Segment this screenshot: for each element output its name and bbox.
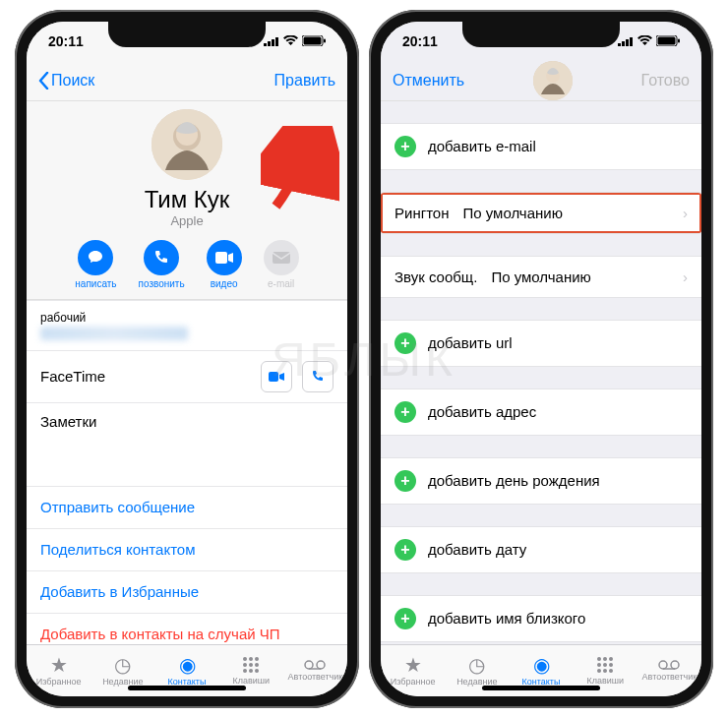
back-button[interactable]: Поиск bbox=[38, 72, 94, 90]
call-action[interactable]: позвонить bbox=[139, 240, 185, 289]
svg-point-21 bbox=[255, 669, 259, 673]
voicemail-icon bbox=[304, 660, 326, 670]
status-icons bbox=[618, 35, 680, 46]
svg-point-42 bbox=[609, 669, 613, 673]
svg-point-13 bbox=[243, 657, 247, 661]
wifi-icon bbox=[283, 35, 298, 46]
tab-voicemail[interactable]: Автоответчик bbox=[283, 645, 347, 696]
mail-label: e-mail bbox=[268, 278, 294, 289]
home-indicator[interactable] bbox=[128, 686, 246, 690]
facetime-video-button[interactable] bbox=[261, 361, 292, 392]
clock-icon: ◷ bbox=[114, 655, 131, 675]
battery-icon bbox=[302, 35, 326, 46]
video-action[interactable]: видео bbox=[207, 240, 242, 289]
avatar[interactable] bbox=[152, 109, 222, 180]
video-icon bbox=[207, 240, 242, 275]
text-tone-row[interactable]: Звук сообщ. По умолчанию › bbox=[381, 256, 701, 298]
plus-icon: + bbox=[394, 136, 416, 157]
phone-label: рабочий bbox=[40, 311, 86, 325]
mail-action[interactable]: e-mail bbox=[264, 240, 299, 289]
status-icons bbox=[264, 35, 326, 46]
facetime-row[interactable]: FaceTime bbox=[27, 350, 347, 402]
plus-icon: + bbox=[394, 401, 416, 423]
chevron-right-icon: › bbox=[683, 205, 688, 221]
mail-icon bbox=[264, 240, 299, 275]
svg-rect-28 bbox=[630, 37, 633, 46]
svg-point-39 bbox=[609, 663, 613, 667]
add-address-label: добавить адрес bbox=[428, 403, 536, 420]
svg-point-14 bbox=[249, 657, 253, 661]
svg-rect-26 bbox=[622, 41, 625, 46]
add-url-label: добавить url bbox=[428, 334, 513, 351]
tab-voicemail[interactable]: Автоответчик bbox=[637, 645, 701, 696]
facetime-audio-button[interactable] bbox=[302, 361, 334, 392]
add-url-row[interactable]: + добавить url bbox=[381, 320, 701, 367]
plus-icon: + bbox=[394, 539, 416, 561]
add-birthday-row[interactable]: + добавить день рождения bbox=[381, 457, 701, 505]
add-address-row[interactable]: + добавить адрес bbox=[381, 388, 701, 436]
svg-rect-5 bbox=[304, 37, 322, 45]
notch bbox=[108, 22, 266, 47]
tab-favorites[interactable]: ★Избранное bbox=[27, 645, 91, 696]
video-label: видео bbox=[211, 278, 238, 289]
notes-label: Заметки bbox=[40, 413, 96, 430]
svg-rect-25 bbox=[618, 43, 621, 46]
nav-bar: Поиск Править bbox=[27, 61, 347, 101]
add-email-row[interactable]: + добавить e-mail bbox=[381, 123, 701, 170]
svg-point-20 bbox=[249, 669, 253, 673]
share-contact-link[interactable]: Поделиться контактом bbox=[27, 528, 347, 570]
svg-rect-6 bbox=[324, 39, 326, 43]
phone-left: 20:11 Поиск Править bbox=[15, 10, 359, 708]
svg-rect-12 bbox=[269, 372, 278, 382]
notes-row[interactable]: Заметки bbox=[27, 402, 347, 462]
ringtone-value: По умолчанию bbox=[462, 205, 562, 221]
signal-icon bbox=[618, 36, 634, 46]
svg-point-41 bbox=[603, 669, 607, 673]
svg-point-35 bbox=[603, 657, 607, 661]
plus-icon: + bbox=[394, 470, 416, 492]
svg-point-15 bbox=[255, 657, 259, 661]
add-date-row[interactable]: + добавить дату bbox=[381, 526, 701, 573]
svg-point-22 bbox=[305, 661, 313, 669]
edit-button[interactable]: Править bbox=[274, 72, 335, 90]
svg-point-19 bbox=[243, 669, 247, 673]
svg-point-44 bbox=[671, 661, 679, 669]
svg-point-23 bbox=[317, 661, 325, 669]
send-message-link[interactable]: Отправить сообщение bbox=[27, 486, 347, 528]
clock-icon: ◷ bbox=[468, 655, 485, 675]
message-action[interactable]: написать bbox=[75, 240, 116, 289]
avatar-small[interactable] bbox=[533, 61, 573, 100]
svg-point-16 bbox=[243, 663, 247, 667]
contact-icon: ◉ bbox=[533, 655, 550, 675]
tab-favorites[interactable]: ★Избранное bbox=[381, 645, 445, 696]
phone-right: 20:11 Отменить Готово + добавить e-mail bbox=[369, 10, 713, 708]
chevron-right-icon: › bbox=[683, 269, 688, 285]
ringtone-key: Рингтон bbox=[394, 205, 449, 221]
phone-row[interactable]: рабочий bbox=[27, 300, 347, 350]
plus-icon: + bbox=[394, 608, 416, 629]
svg-rect-30 bbox=[658, 37, 676, 45]
keypad-icon bbox=[242, 656, 260, 674]
done-button[interactable]: Готово bbox=[641, 72, 690, 90]
add-related-row[interactable]: + добавить имя близкого bbox=[381, 595, 701, 642]
svg-rect-0 bbox=[264, 43, 267, 46]
contact-name: Тим Кук bbox=[145, 186, 230, 213]
signal-icon bbox=[264, 36, 279, 46]
cancel-button[interactable]: Отменить bbox=[393, 72, 464, 90]
svg-point-40 bbox=[597, 669, 601, 673]
ringtone-row[interactable]: Рингтон По умолчанию › bbox=[381, 192, 701, 234]
plus-icon: + bbox=[394, 332, 416, 354]
phone-icon bbox=[144, 240, 179, 275]
svg-rect-2 bbox=[272, 39, 274, 46]
svg-rect-1 bbox=[268, 41, 271, 46]
home-indicator[interactable] bbox=[482, 686, 600, 690]
phone-number-blurred bbox=[40, 327, 188, 340]
svg-rect-10 bbox=[215, 252, 227, 264]
battery-icon bbox=[656, 35, 680, 46]
add-favorites-link[interactable]: Добавить в Избранные bbox=[27, 570, 347, 613]
call-label: позвонить bbox=[139, 278, 185, 289]
message-icon bbox=[78, 240, 113, 275]
emergency-link[interactable]: Добавить в контакты на случай ЧП bbox=[27, 613, 347, 644]
svg-point-18 bbox=[255, 663, 259, 667]
svg-point-34 bbox=[597, 657, 601, 661]
